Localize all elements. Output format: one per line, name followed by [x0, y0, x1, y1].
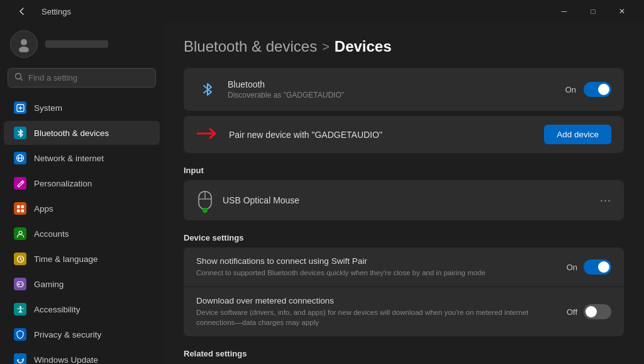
privacy-icon: [14, 328, 26, 341]
swift-pair-title: Show notifications to connect using Swif…: [196, 256, 486, 266]
metered-text: Download over metered connections Device…: [196, 296, 548, 327]
update-icon: [14, 353, 26, 364]
bluetooth-card-icon: [196, 78, 219, 101]
bluetooth-card-left: Bluetooth Discoverable as "GADGETAUDIO": [196, 78, 344, 101]
svg-point-14: [19, 306, 21, 308]
gaming-icon: [14, 278, 26, 290]
pair-text: Pair new device with "GADGETAUDIO": [229, 130, 382, 140]
maximize-button[interactable]: □: [579, 1, 608, 21]
input-device-card: USB Optical Mouse ···: [184, 180, 624, 220]
window-title: Settings: [42, 7, 71, 16]
search-input[interactable]: [28, 73, 149, 82]
user-name-bar: [45, 40, 108, 48]
connected-dot: [203, 208, 208, 213]
mouse-icon-container: [196, 189, 214, 212]
pair-device-left: Pair new device with "GADGETAUDIO": [196, 125, 382, 144]
related-settings-header: Related settings: [184, 349, 624, 358]
metered-subtitle: Device software (drivers, info, and apps…: [196, 307, 548, 327]
toggle-thumb: [586, 306, 597, 317]
svg-point-0: [21, 39, 27, 45]
system-icon: [14, 101, 26, 114]
close-button[interactable]: ✕: [608, 1, 636, 21]
sidebar-item-label: System: [34, 103, 62, 113]
sidebar-item-accessibility[interactable]: Accessibility: [4, 297, 160, 321]
sidebar-item-label: Windows Update: [34, 355, 98, 365]
search-box[interactable]: [8, 68, 156, 88]
user-section: [0, 23, 164, 68]
breadcrumb-separator: >: [322, 40, 330, 54]
sidebar-item-label: Privacy & security: [34, 330, 101, 339]
sidebar-item-apps[interactable]: Apps: [4, 196, 160, 220]
sidebar-item-label: Gaming: [34, 280, 64, 289]
sidebar-item-gaming[interactable]: Gaming: [4, 272, 160, 296]
back-button[interactable]: [8, 1, 36, 21]
svg-rect-7: [21, 205, 24, 208]
bluetooth-card: Bluetooth Discoverable as "GADGETAUDIO" …: [184, 68, 624, 111]
personalization-icon: [14, 177, 26, 190]
sidebar-item-label: Network & internet: [34, 154, 104, 163]
sidebar-item-bluetooth[interactable]: Bluetooth & devices: [4, 121, 160, 145]
apps-icon: [14, 202, 26, 215]
bluetooth-toggle[interactable]: [584, 82, 611, 97]
input-device-info: USB Optical Mouse: [223, 195, 299, 205]
sidebar-item-label: Accessibility: [34, 305, 80, 314]
bluetooth-card-right: On: [565, 82, 611, 97]
network-icon: [14, 152, 26, 164]
sidebar-item-label: Personalization: [34, 179, 92, 188]
sidebar-item-accounts[interactable]: Accounts: [4, 222, 160, 246]
svg-point-1: [19, 47, 29, 52]
title-bar: Settings ─ □ ✕: [0, 0, 644, 23]
sidebar-item-label: Bluetooth & devices: [34, 128, 109, 138]
breadcrumb-parent[interactable]: Bluetooth & devices: [184, 38, 317, 55]
sidebar-item-label: Apps: [34, 204, 53, 213]
more-options-button[interactable]: ···: [600, 194, 611, 207]
svg-point-13: [22, 284, 23, 285]
sidebar-item-label: Accounts: [34, 229, 69, 239]
sidebar-item-system[interactable]: System: [4, 96, 160, 120]
metered-connections-card: Download over metered connections Device…: [184, 287, 624, 336]
breadcrumb-current: Devices: [335, 38, 392, 55]
bluetooth-name: Bluetooth: [228, 79, 344, 89]
sidebar-item-personalization[interactable]: Personalization: [4, 171, 160, 195]
toggle-thumb: [598, 261, 609, 273]
svg-rect-6: [17, 205, 20, 208]
avatar: [10, 30, 38, 58]
bluetooth-icon: [14, 127, 26, 139]
search-icon: [14, 72, 23, 83]
metered-right: Off: [567, 304, 611, 319]
accessibility-icon: [14, 303, 26, 316]
metered-toggle-label: Off: [567, 307, 577, 317]
bluetooth-card-text: Bluetooth Discoverable as "GADGETAUDIO": [228, 79, 344, 100]
sidebar-item-time[interactable]: Time & language: [4, 247, 160, 271]
add-device-button[interactable]: Add device: [544, 125, 611, 144]
metered-title: Download over metered connections: [196, 296, 548, 305]
sidebar-item-privacy[interactable]: Privacy & security: [4, 322, 160, 346]
app-body: System Bluetooth & devices Network & int…: [0, 23, 644, 364]
swift-pair-toggle-label: On: [567, 263, 577, 272]
bluetooth-subtitle: Discoverable as "GADGETAUDIO": [228, 91, 344, 100]
swift-pair-card: Show notifications to connect using Swif…: [184, 247, 624, 287]
svg-rect-9: [21, 209, 24, 212]
metered-toggle[interactable]: [584, 304, 611, 319]
svg-rect-8: [17, 209, 20, 212]
input-device-name: USB Optical Mouse: [223, 195, 299, 205]
swift-pair-toggle[interactable]: [584, 259, 611, 275]
svg-point-12: [21, 283, 22, 283]
swift-pair-right: On: [567, 259, 611, 275]
sidebar-item-label: Time & language: [34, 254, 98, 264]
svg-point-10: [19, 231, 22, 234]
sidebar-item-network[interactable]: Network & internet: [4, 146, 160, 170]
input-device-left: USB Optical Mouse: [196, 189, 299, 212]
minimize-button[interactable]: ─: [550, 1, 579, 21]
sidebar-item-update[interactable]: Windows Update: [4, 348, 160, 364]
swift-pair-text: Show notifications to connect using Swif…: [196, 256, 486, 278]
title-bar-left: Settings: [8, 1, 71, 21]
breadcrumb: Bluetooth & devices > Devices: [184, 38, 624, 55]
device-settings-header: Device settings: [184, 233, 624, 242]
arrow-icon: [196, 125, 219, 144]
bluetooth-toggle-label: On: [565, 85, 576, 94]
sidebar: System Bluetooth & devices Network & int…: [0, 23, 164, 364]
toggle-thumb: [598, 84, 609, 95]
time-icon: [14, 253, 26, 265]
input-section-header: Input: [184, 166, 624, 175]
